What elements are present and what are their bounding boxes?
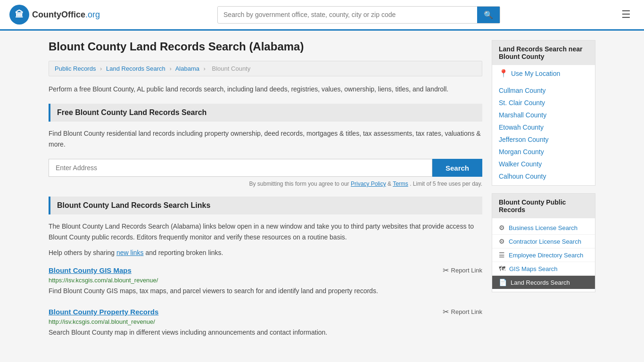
sidebar-public-records-title: Blount County Public Records	[492, 194, 595, 218]
county-link-marshall[interactable]: Marshall County	[499, 111, 546, 119]
page-description: Perform a free Blount County, AL public …	[49, 84, 482, 94]
page-title: Blount County Land Records Search (Alaba…	[49, 40, 482, 53]
list-item: ⚙ Business License Search	[492, 221, 595, 235]
use-my-location-button[interactable]: 📍 Use My Location	[492, 65, 595, 82]
county-link-stclair[interactable]: St. Clair County	[499, 99, 545, 107]
list-item: Jefferson County	[492, 133, 595, 146]
breadcrumb-land-records[interactable]: Land Records Search	[106, 65, 165, 72]
site-header: 🏛 CountyOffice.org 🔍 ☰	[0, 0, 644, 31]
breadcrumb-alabama[interactable]: Alabama	[175, 65, 199, 72]
county-link-walker[interactable]: Walker County	[499, 160, 542, 168]
hamburger-menu-button[interactable]: ☰	[618, 7, 635, 23]
gis-maps-desc: Find Blount County GIS maps, tax maps, a…	[49, 286, 482, 296]
list-item: Etowah County	[492, 121, 595, 133]
sidebar-public-records-section: Blount County Public Records ⚙ Business …	[492, 193, 595, 292]
public-records-list: ⚙ Business License Search ⚙ Contractor L…	[492, 218, 595, 292]
free-search-heading: Free Blount County Land Records Search	[49, 104, 482, 122]
gis-maps-url: https://isv.kcsgis.com/al.blount_revenue…	[49, 277, 482, 284]
logo[interactable]: 🏛 CountyOffice.org	[9, 5, 100, 25]
gis-maps-link[interactable]: Blount County GIS Maps	[49, 266, 132, 274]
breadcrumb-current: Blount County	[212, 65, 251, 72]
sidebar: Land Records Search near Blount County 📍…	[492, 40, 595, 349]
property-records-link[interactable]: Blount County Property Records	[49, 308, 158, 316]
employee-icon: ☰	[499, 251, 505, 259]
form-note: By submitting this form you agree to our…	[49, 181, 482, 187]
link-item-property-header: Blount County Property Records ✂ Report …	[49, 307, 482, 316]
link-item-gis-header: Blount County GIS Maps ✂ Report Link	[49, 266, 482, 275]
county-link-cullman[interactable]: Cullman County	[499, 87, 546, 94]
county-link-jefferson[interactable]: Jefferson County	[499, 136, 549, 143]
contractor-license-link[interactable]: Contractor License Search	[509, 238, 581, 245]
location-icon: 📍	[499, 69, 508, 78]
list-item: Morgan County	[492, 146, 595, 158]
logo-text: CountyOffice.org	[32, 10, 100, 20]
header-search-button[interactable]: 🔍	[477, 7, 500, 23]
address-search-form: Search	[49, 159, 482, 177]
report-icon: ✂	[443, 266, 449, 275]
link-item-gis: Blount County GIS Maps ✂ Report Link htt…	[49, 266, 482, 296]
list-item: ⚙ Contractor License Search	[492, 235, 595, 248]
list-item: ☰ Employee Directory Search	[492, 248, 595, 262]
property-records-url: http://isv.kcsgis.com/al.blount_revenue/	[49, 318, 482, 325]
nearby-counties-list: Cullman County St. Clair County Marshall…	[492, 82, 595, 185]
breadcrumb: Public Records › Land Records Search › A…	[49, 61, 482, 76]
business-license-link[interactable]: Business License Search	[509, 224, 578, 231]
property-records-desc: Search Blount County map in different vi…	[49, 328, 482, 337]
link-item-property: Blount County Property Records ✂ Report …	[49, 307, 482, 337]
list-item: Calhoun County	[492, 170, 595, 182]
list-item: St. Clair County	[492, 97, 595, 109]
gis-maps-search-link[interactable]: GIS Maps Search	[509, 265, 558, 272]
report-link-property[interactable]: ✂ Report Link	[443, 307, 482, 316]
breadcrumb-public-records[interactable]: Public Records	[55, 65, 96, 72]
list-item: 🗺 GIS Maps Search	[492, 262, 595, 276]
address-search-input[interactable]	[49, 159, 432, 177]
list-item: Walker County	[492, 158, 595, 170]
sidebar-nearby-title: Land Records Search near Blount County	[492, 41, 595, 65]
header-search-input[interactable]	[218, 7, 477, 22]
sidebar-nearby-section: Land Records Search near Blount County 📍…	[492, 40, 595, 186]
terms-link[interactable]: Terms	[393, 181, 408, 187]
search-button[interactable]: Search	[432, 159, 482, 177]
list-item: Marshall County	[492, 109, 595, 121]
gear-icon: ⚙	[499, 224, 505, 231]
page-container: Blount County Land Records Search (Alaba…	[39, 31, 605, 358]
privacy-policy-link[interactable]: Privacy Policy	[351, 181, 386, 187]
report-link-gis[interactable]: ✂ Report Link	[443, 266, 482, 275]
main-content: Blount County Land Records Search (Alaba…	[49, 40, 482, 349]
logo-icon: 🏛	[9, 5, 29, 25]
employee-directory-link[interactable]: Employee Directory Search	[509, 252, 583, 259]
land-icon: 📄	[499, 279, 507, 286]
list-item: Cullman County	[492, 84, 595, 97]
gear-icon-2: ⚙	[499, 238, 505, 245]
header-search-bar: 🔍	[217, 6, 500, 24]
new-links-link[interactable]: new links	[116, 249, 144, 256]
free-search-description: Find Blount County residential land reco…	[49, 128, 482, 149]
list-item-highlighted: 📄 Land Records Search	[492, 276, 595, 289]
land-records-search-link[interactable]: Land Records Search	[511, 279, 570, 286]
map-icon: 🗺	[499, 265, 505, 272]
county-link-etowah[interactable]: Etowah County	[499, 123, 544, 131]
links-section-heading: Blount County Land Records Search Links	[49, 197, 482, 214]
share-text: Help others by sharing new links and rep…	[49, 249, 482, 256]
report-icon-2: ✂	[443, 307, 449, 316]
county-link-morgan[interactable]: Morgan County	[499, 148, 544, 156]
links-description: The Blount County Land Records Search (A…	[49, 221, 482, 242]
county-link-calhoun[interactable]: Calhoun County	[499, 173, 546, 180]
